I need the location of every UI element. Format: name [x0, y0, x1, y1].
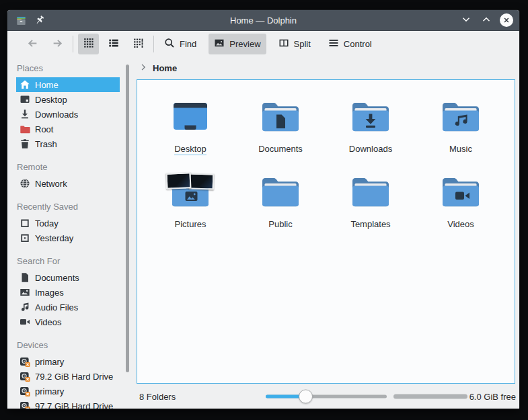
- sidebar-item-documents[interactable]: Documents: [16, 270, 120, 285]
- breadcrumb-location[interactable]: Home: [153, 63, 177, 73]
- preview-button[interactable]: Preview: [209, 34, 266, 54]
- sidebar-section-title-devices: Devices: [17, 340, 120, 351]
- split-label: Split: [294, 39, 311, 49]
- icons-view-icon: [83, 38, 94, 50]
- folder-item-videos[interactable]: Videos: [416, 170, 506, 245]
- chevron-up-icon: [481, 14, 492, 27]
- close-button[interactable]: [500, 13, 513, 27]
- sidebar-item-trash[interactable]: Trash: [16, 136, 120, 151]
- preview-image-icon: [214, 38, 225, 50]
- folder-grid: DesktopDocumentsDownloadsMusicPicturesPu…: [137, 80, 515, 383]
- calendar-yesterday-icon: [20, 233, 30, 243]
- sidebar-scrollbar[interactable]: [126, 65, 129, 372]
- control-button[interactable]: Control: [323, 34, 377, 54]
- find-label: Find: [180, 39, 196, 49]
- toolbar: Find Preview Split Control: [7, 31, 519, 57]
- sidebar-item-videos[interactable]: Videos: [16, 314, 120, 329]
- app-menu-icon[interactable]: [15, 15, 27, 26]
- folder-item-label: Public: [268, 218, 292, 230]
- folder-view[interactable]: DesktopDocumentsDownloadsMusicPicturesPu…: [137, 79, 515, 384]
- audio-icon: [20, 302, 30, 312]
- folder-item-label: Videos: [447, 218, 474, 230]
- free-space-bar: [393, 394, 467, 398]
- sidebar-item-label: Downloads: [35, 110, 78, 120]
- folder-item-public[interactable]: Public: [235, 170, 326, 245]
- sidebar-item-root[interactable]: Root: [16, 122, 120, 136]
- drive-icon: [20, 371, 30, 382]
- sidebar-section-title-search-for: Search For: [17, 256, 120, 267]
- desktop-screen-icon: [169, 95, 212, 138]
- sidebar-item-audio-files[interactable]: Audio Files: [16, 300, 120, 314]
- dolphin-window: Home — Dolphin: [7, 10, 519, 409]
- sidebar-item-label: Home: [35, 80, 59, 90]
- maximize-button[interactable]: [480, 13, 493, 27]
- split-view-icon: [278, 38, 289, 50]
- folder-videos-icon: [439, 170, 482, 213]
- folder-pictures-icon: [169, 170, 212, 213]
- folder-documents-icon: [259, 95, 302, 138]
- sidebar-item-label: Network: [35, 179, 67, 189]
- chevron-down-icon: [461, 14, 472, 27]
- sidebar-item-desktop[interactable]: Desktop: [16, 92, 120, 107]
- sidebar-item-images[interactable]: Images: [16, 285, 120, 300]
- minimize-button[interactable]: [459, 13, 473, 27]
- folder-item-desktop[interactable]: Desktop: [145, 95, 235, 170]
- drive-icon: [20, 386, 30, 396]
- hamburger-menu-icon: [328, 38, 339, 50]
- details-view-button[interactable]: [103, 34, 124, 54]
- sidebar-item-home[interactable]: Home: [16, 77, 120, 92]
- statusbar: 8 Folders 6.0 GiB free: [131, 384, 519, 409]
- sidebar-item-primary[interactable]: primary: [16, 354, 120, 369]
- compact-view-button[interactable]: [128, 34, 149, 54]
- video-icon: [20, 317, 30, 327]
- folder-item-downloads[interactable]: Downloads: [326, 95, 416, 170]
- compact-view-icon: [133, 38, 144, 50]
- back-button[interactable]: [22, 34, 43, 54]
- folder-item-pictures[interactable]: Pictures: [145, 170, 235, 245]
- zoom-slider[interactable]: [266, 389, 387, 403]
- sidebar-item-label: Desktop: [35, 95, 67, 105]
- image-icon: [20, 287, 30, 298]
- desktop-icon: [20, 94, 30, 105]
- breadcrumb[interactable]: Home: [131, 57, 519, 79]
- sidebar-item-network[interactable]: Network: [16, 176, 120, 191]
- main-area: Home DesktopDocumentsDownloadsMusicPictu…: [131, 57, 519, 409]
- zoom-slider-handle[interactable]: [299, 389, 313, 403]
- photo-thumbnail: [189, 173, 215, 190]
- folder-music-icon: [439, 95, 482, 138]
- folder-item-music[interactable]: Music: [416, 95, 506, 170]
- sidebar-section-title-remote: Remote: [17, 162, 120, 173]
- home-icon: [20, 79, 30, 90]
- folder-item-label: Documents: [258, 143, 303, 155]
- document-icon: [20, 272, 30, 283]
- sidebar-item-label: Root: [35, 124, 53, 134]
- sidebar-sections: PlacesHomeDesktopDownloadsRootTrashRemot…: [7, 63, 131, 409]
- folder-item-documents[interactable]: Documents: [235, 95, 326, 170]
- sidebar-item-primary[interactable]: primary: [16, 384, 120, 398]
- breadcrumb-chevron-icon: [139, 62, 148, 75]
- sidebar-item-label: 97.7 GiB Hard Drive: [35, 401, 113, 409]
- items-count: 8 Folders: [139, 391, 176, 401]
- forward-button[interactable]: [47, 34, 68, 54]
- sidebar-item-downloads[interactable]: Downloads: [16, 107, 120, 122]
- sidebar-item-label: Audio Files: [35, 302, 78, 312]
- folder-plain-icon: [349, 170, 392, 213]
- places-panel: PlacesHomeDesktopDownloadsRootTrashRemot…: [7, 57, 131, 409]
- pin-icon[interactable]: [34, 15, 46, 26]
- sidebar-item-yesterday[interactable]: Yesterday: [16, 230, 120, 245]
- drive-icon: [20, 401, 30, 409]
- sidebar-item-79-2-gib-hard-drive[interactable]: 79.2 GiB Hard Drive: [16, 369, 120, 384]
- control-label: Control: [344, 39, 372, 49]
- sidebar-item-97-7-gib-hard-drive[interactable]: 97.7 GiB Hard Drive: [16, 398, 120, 409]
- sidebar-item-today[interactable]: Today: [16, 216, 120, 230]
- folder-item-templates[interactable]: Templates: [326, 170, 416, 245]
- split-button[interactable]: Split: [273, 34, 316, 54]
- titlebar[interactable]: Home — Dolphin: [7, 10, 519, 31]
- icons-view-button[interactable]: [78, 34, 99, 54]
- download-icon: [20, 109, 30, 120]
- trash-icon: [20, 138, 30, 149]
- folder-item-label: Desktop: [174, 143, 206, 155]
- network-icon: [20, 178, 30, 189]
- find-button[interactable]: Find: [159, 34, 202, 54]
- sidebar-item-label: Documents: [35, 273, 79, 283]
